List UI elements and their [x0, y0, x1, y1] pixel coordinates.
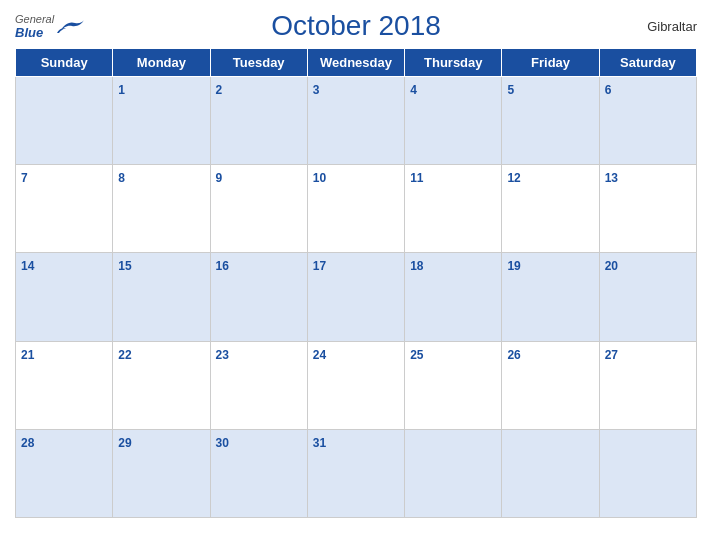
day-number: 4 [410, 83, 417, 97]
calendar-day-cell: 25 [405, 341, 502, 429]
day-number: 17 [313, 259, 326, 273]
calendar-day-cell: 17 [307, 253, 404, 341]
day-number: 27 [605, 348, 618, 362]
logo: General Blue [15, 13, 85, 40]
calendar-day-cell: 26 [502, 341, 599, 429]
calendar-day-cell: 24 [307, 341, 404, 429]
calendar-day-cell: 15 [113, 253, 210, 341]
logo-bird-icon [57, 17, 85, 35]
calendar-day-cell: 10 [307, 165, 404, 253]
calendar-day-cell: 8 [113, 165, 210, 253]
day-number: 8 [118, 171, 125, 185]
col-sunday: Sunday [16, 49, 113, 77]
day-number: 2 [216, 83, 223, 97]
day-number: 15 [118, 259, 131, 273]
day-number: 7 [21, 171, 28, 185]
day-number: 1 [118, 83, 125, 97]
month-title: October 2018 [271, 10, 441, 42]
col-saturday: Saturday [599, 49, 696, 77]
logo-text-container: General Blue [15, 13, 54, 40]
calendar-day-cell: 22 [113, 341, 210, 429]
day-number: 16 [216, 259, 229, 273]
calendar-day-cell: 1 [113, 77, 210, 165]
day-number: 18 [410, 259, 423, 273]
day-number: 24 [313, 348, 326, 362]
day-number: 26 [507, 348, 520, 362]
calendar-day-cell: 14 [16, 253, 113, 341]
calendar-day-cell: 29 [113, 429, 210, 517]
calendar-day-cell [502, 429, 599, 517]
day-number: 22 [118, 348, 131, 362]
calendar-day-cell: 7 [16, 165, 113, 253]
calendar-day-cell: 18 [405, 253, 502, 341]
calendar-week-row: 123456 [16, 77, 697, 165]
calendar-day-cell: 21 [16, 341, 113, 429]
calendar-day-cell: 31 [307, 429, 404, 517]
region-label: Gibraltar [647, 19, 697, 34]
logo-blue-text: Blue [15, 25, 54, 40]
calendar-wrapper: General Blue October 2018 Gibraltar Sund… [0, 0, 712, 550]
col-friday: Friday [502, 49, 599, 77]
col-monday: Monday [113, 49, 210, 77]
day-number: 23 [216, 348, 229, 362]
calendar-week-row: 28293031 [16, 429, 697, 517]
calendar-day-cell: 4 [405, 77, 502, 165]
col-wednesday: Wednesday [307, 49, 404, 77]
day-number: 6 [605, 83, 612, 97]
col-thursday: Thursday [405, 49, 502, 77]
calendar-day-cell: 27 [599, 341, 696, 429]
calendar-day-cell: 2 [210, 77, 307, 165]
calendar-day-cell [16, 77, 113, 165]
calendar-day-cell: 6 [599, 77, 696, 165]
calendar-day-cell [599, 429, 696, 517]
calendar-day-cell: 12 [502, 165, 599, 253]
calendar-week-row: 78910111213 [16, 165, 697, 253]
day-number: 25 [410, 348, 423, 362]
calendar-day-cell: 11 [405, 165, 502, 253]
calendar-day-cell: 20 [599, 253, 696, 341]
day-number: 5 [507, 83, 514, 97]
day-number: 11 [410, 171, 423, 185]
calendar-day-cell: 28 [16, 429, 113, 517]
day-number: 21 [21, 348, 34, 362]
weekday-header-row: Sunday Monday Tuesday Wednesday Thursday… [16, 49, 697, 77]
calendar-day-cell: 16 [210, 253, 307, 341]
calendar-day-cell: 5 [502, 77, 599, 165]
calendar-table: Sunday Monday Tuesday Wednesday Thursday… [15, 48, 697, 518]
day-number: 28 [21, 436, 34, 450]
calendar-day-cell: 23 [210, 341, 307, 429]
calendar-day-cell [405, 429, 502, 517]
calendar-week-row: 21222324252627 [16, 341, 697, 429]
day-number: 13 [605, 171, 618, 185]
logo-general: General [15, 13, 54, 25]
day-number: 29 [118, 436, 131, 450]
col-tuesday: Tuesday [210, 49, 307, 77]
calendar-day-cell: 3 [307, 77, 404, 165]
day-number: 30 [216, 436, 229, 450]
day-number: 3 [313, 83, 320, 97]
day-number: 19 [507, 259, 520, 273]
calendar-header: General Blue October 2018 Gibraltar [15, 10, 697, 42]
calendar-day-cell: 13 [599, 165, 696, 253]
day-number: 12 [507, 171, 520, 185]
day-number: 20 [605, 259, 618, 273]
calendar-day-cell: 9 [210, 165, 307, 253]
day-number: 10 [313, 171, 326, 185]
day-number: 14 [21, 259, 34, 273]
calendar-day-cell: 19 [502, 253, 599, 341]
day-number: 31 [313, 436, 326, 450]
calendar-day-cell: 30 [210, 429, 307, 517]
day-number: 9 [216, 171, 223, 185]
calendar-week-row: 14151617181920 [16, 253, 697, 341]
